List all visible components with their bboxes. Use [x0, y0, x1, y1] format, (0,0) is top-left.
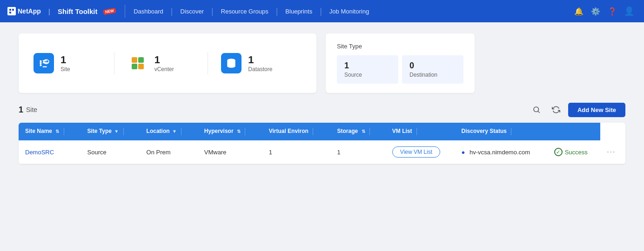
- site-label: Site: [60, 66, 70, 73]
- datastore-label: Datastore: [248, 66, 272, 73]
- col-vm-list: VM List: [386, 123, 455, 140]
- datastore-count: 1: [248, 54, 272, 66]
- vcenter-icon: [127, 53, 148, 73]
- stats-card: 1 Site 1 vCenter: [19, 33, 316, 93]
- netapp-square-icon: [7, 7, 16, 15]
- add-new-site-button[interactable]: Add New Site: [568, 103, 625, 117]
- new-badge: NEW: [103, 7, 116, 14]
- search-button[interactable]: [529, 102, 544, 117]
- site-stat: 1 Site: [34, 53, 114, 73]
- netapp-label: NetApp: [18, 7, 41, 15]
- user-avatar[interactable]: 👤: [622, 4, 637, 19]
- nav-job-monitoring[interactable]: Job Monitoring: [323, 0, 376, 22]
- datastore-stat-text: 1 Datastore: [248, 54, 272, 73]
- sort-hypervisor-icon[interactable]: ⇅: [237, 129, 241, 134]
- site-icon: [34, 53, 54, 73]
- col-divider-1: [64, 128, 64, 135]
- col-site-type: Site Type ▼: [81, 123, 140, 140]
- filter-site-type-icon[interactable]: ▼: [114, 129, 119, 134]
- col-divider-2: [123, 128, 124, 135]
- destination-cell: 0 Destination: [402, 55, 463, 84]
- svg-point-9: [534, 107, 539, 112]
- row-site-type: Source: [81, 140, 140, 164]
- svg-rect-2: [9, 12, 11, 13]
- row-storage: 1: [331, 140, 386, 164]
- site-type-grid: 1 Source 0 Destination: [337, 55, 463, 84]
- nav-blueprints[interactable]: Blueprints: [279, 0, 319, 22]
- view-vm-list-button[interactable]: View VM List: [392, 146, 440, 158]
- col-divider-5: [313, 128, 313, 135]
- sites-table: Site Name ⇅ Site Type ▼ Location ▼: [19, 123, 625, 164]
- section-header: 1 Site Add New Site: [19, 102, 625, 117]
- row-virtual-environ: 1: [262, 140, 331, 164]
- row-site-name: DemoSRC: [19, 140, 81, 164]
- help-icon[interactable]: ❓: [605, 4, 620, 19]
- success-icon: ✓: [554, 148, 563, 156]
- table-header: Site Name ⇅ Site Type ▼ Location ▼: [19, 123, 625, 140]
- site-type-card: Site Type 1 Source 0 Destination: [326, 33, 475, 93]
- nav-dashboard[interactable]: Dashboard: [127, 0, 170, 22]
- row-vm-list: View VM List: [386, 140, 455, 164]
- site-name-link[interactable]: DemoSRC: [25, 149, 54, 156]
- svg-rect-4: [132, 57, 137, 63]
- col-divider-7: [416, 128, 417, 135]
- col-storage: Storage ⇅: [331, 123, 386, 140]
- notifications-icon[interactable]: 🔔: [571, 4, 586, 19]
- site-stat-text: 1 Site: [60, 54, 70, 73]
- more-actions-button[interactable]: ···: [607, 148, 616, 156]
- app-name-label: Shift Toolkit: [58, 7, 98, 15]
- table-body: DemoSRC Source On Prem VMware 1 1 View V…: [19, 140, 625, 164]
- nav-resource-groups[interactable]: Resource Groups: [215, 0, 275, 22]
- nav-brand-divider: [125, 5, 125, 18]
- nav-discover[interactable]: Discover: [174, 0, 211, 22]
- vcenter-stat: 1 vCenter: [114, 53, 208, 73]
- source-label: Source: [344, 72, 391, 78]
- col-discovery-status: Discovery Status: [455, 123, 548, 140]
- success-badge: ✓ Success: [554, 148, 594, 156]
- source-cell: 1 Source: [337, 55, 398, 84]
- sort-site-name-icon[interactable]: ⇅: [55, 129, 59, 134]
- row-discovery-status: ● hv-vcsa.nimdemo.com: [455, 140, 548, 164]
- vcenter-count: 1: [154, 54, 174, 66]
- svg-rect-1: [12, 9, 14, 11]
- main-content: 1 Site 1 vCenter: [0, 22, 644, 175]
- refresh-button[interactable]: [549, 102, 564, 117]
- datastore-icon: [221, 53, 242, 73]
- site-count: 1: [60, 54, 70, 66]
- table-row: DemoSRC Source On Prem VMware 1 1 View V…: [19, 140, 625, 164]
- svg-rect-5: [138, 57, 144, 63]
- nav-links: Dashboard | Discover | Resource Groups |…: [127, 0, 571, 22]
- stats-row: 1 Site 1 vCenter: [19, 33, 625, 93]
- sort-storage-icon[interactable]: ⇅: [362, 129, 365, 134]
- row-more-actions: ···: [600, 140, 625, 164]
- section-actions: Add New Site: [529, 102, 625, 117]
- sites-table-container: Site Name ⇅ Site Type ▼ Location ▼: [19, 123, 625, 164]
- section-count: 1: [19, 105, 23, 115]
- vcenter-stat-text: 1 vCenter: [154, 54, 174, 73]
- svg-rect-6: [132, 64, 137, 69]
- col-divider-8: [511, 128, 511, 135]
- destination-label: Destination: [409, 72, 456, 78]
- row-location: On Prem: [140, 140, 198, 164]
- col-location: Location ▼: [140, 123, 198, 140]
- col-virtual-environ: Virtual Environ: [262, 123, 331, 140]
- col-divider-3: [181, 128, 181, 135]
- col-actions: [548, 123, 601, 140]
- col-divider-4: [245, 128, 245, 135]
- settings-icon[interactable]: ⚙️: [588, 4, 603, 19]
- site-type-title: Site Type: [337, 43, 463, 50]
- col-divider-6: [369, 128, 370, 135]
- col-hypervisor: Hypervisor ⇅: [198, 123, 262, 140]
- row-status: ✓ Success: [548, 140, 601, 164]
- svg-rect-0: [9, 9, 11, 11]
- filter-location-icon[interactable]: ▼: [172, 129, 177, 134]
- col-site-name: Site Name ⇅: [19, 123, 81, 140]
- nav-actions: 🔔 ⚙️ ❓ 👤: [571, 4, 637, 19]
- vcenter-label: vCenter: [154, 66, 174, 73]
- discovery-bullet: ●: [462, 149, 465, 156]
- brand-logo: NetApp | Shift Toolkit NEW: [7, 7, 115, 15]
- row-hypervisor: VMware: [198, 140, 262, 164]
- destination-count: 0: [409, 61, 456, 71]
- navbar: NetApp | Shift Toolkit NEW Dashboard | D…: [0, 0, 644, 22]
- discovery-host: hv-vcsa.nimdemo.com: [470, 149, 530, 156]
